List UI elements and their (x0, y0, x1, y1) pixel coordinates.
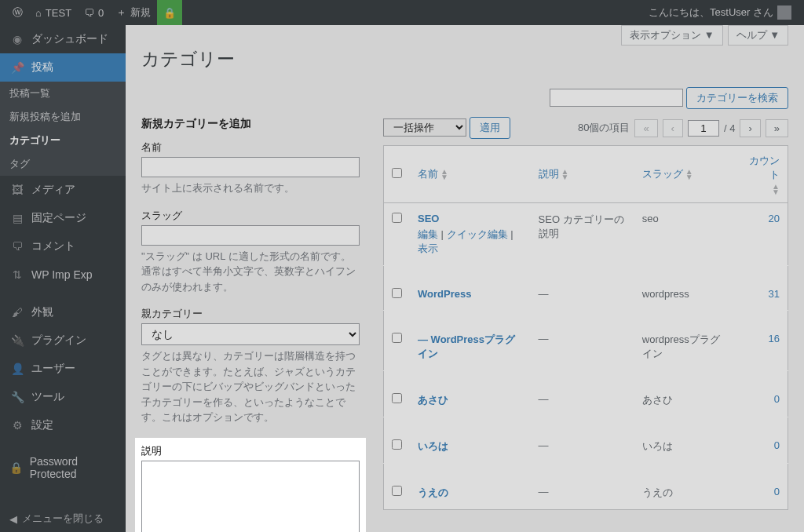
apply-button[interactable]: 適用 (470, 117, 510, 139)
row-edit[interactable]: 編集 (418, 228, 438, 240)
menu-dashboard[interactable]: ◉ダッシュボード (0, 25, 126, 53)
user-icon: 👤 (9, 361, 25, 377)
pagination: 80個の項目 « ‹ / 4 › » (578, 119, 788, 137)
menu-plugins[interactable]: 🔌プラグイン (0, 326, 126, 355)
help-button[interactable]: ヘルプ ▼ (728, 25, 788, 46)
plus-icon: ＋ (116, 5, 126, 20)
new-link[interactable]: ＋新規 (110, 0, 157, 25)
desc-textarea[interactable] (141, 461, 360, 533)
row-slug: wordpressプラグイン (634, 310, 737, 370)
name-desc: サイト上に表示される名前です。 (141, 180, 360, 196)
row-count[interactable]: 0 (774, 439, 780, 451)
page-current[interactable] (688, 120, 719, 137)
row-checkbox[interactable] (392, 288, 402, 298)
collapse-menu[interactable]: ◀メニューを閉じる (0, 505, 126, 532)
screen-options-button[interactable]: 表示オプション ▼ (621, 25, 722, 46)
row-checkbox[interactable] (392, 393, 402, 403)
row-name[interactable]: WordPress (418, 288, 471, 300)
row-name[interactable]: いろは (418, 440, 448, 452)
col-slug[interactable]: スラッグ▲▼ (642, 168, 693, 180)
search-button[interactable]: カテゴリーを検索 (686, 87, 788, 109)
row-count[interactable]: 0 (774, 486, 780, 497)
page-first[interactable]: « (634, 119, 657, 137)
menu-password-protected[interactable]: 🔒Password Protected (0, 449, 126, 486)
brush-icon: 🖌 (9, 304, 25, 320)
row-slug: うえの (634, 463, 737, 509)
menu-settings[interactable]: ⚙設定 (0, 411, 126, 439)
menu-media[interactable]: 🖾メディア (0, 176, 126, 204)
menu-tools[interactable]: 🔧ツール (0, 383, 126, 411)
wp-logo[interactable]: ⓦ (6, 0, 29, 25)
menu-appearance[interactable]: 🖌外観 (0, 298, 126, 326)
name-input[interactable] (141, 157, 360, 177)
row-view[interactable]: 表示 (418, 242, 438, 254)
table-row: — WordPressプラグイン — wordpressプラグイン 16 (384, 310, 788, 370)
admin-sidebar: ◉ダッシュボード 📌投稿 投稿一覧 新規投稿を追加 カテゴリー タグ 🖾メディア… (0, 25, 126, 532)
row-name[interactable]: あさひ (418, 394, 448, 406)
comment-icon: 🗨 (84, 7, 94, 19)
menu-pages[interactable]: ▤固定ページ (0, 204, 126, 232)
row-slug: wordpress (634, 265, 737, 310)
parent-desc: タグとは異なり、カテゴリーは階層構造を持つことができます。たとえば、ジャズという… (141, 348, 360, 425)
pin-icon: 📌 (9, 60, 25, 75)
row-quick[interactable]: クイック編集 (447, 228, 508, 240)
submenu-posts-all[interactable]: 投稿一覧 (0, 82, 126, 105)
row-count[interactable]: 0 (774, 393, 780, 405)
menu-wpimpexp[interactable]: ⇅WP Imp Exp (0, 261, 126, 289)
bulk-action-select[interactable]: 一括操作 (383, 118, 466, 137)
submenu-tags[interactable]: タグ (0, 152, 126, 176)
search-input[interactable] (550, 89, 683, 107)
parent-select[interactable]: なし (141, 323, 360, 345)
page-icon: ▤ (9, 210, 25, 226)
table-row: WordPress — wordpress 31 (384, 265, 788, 310)
table-row: うえの — うえの 0 (384, 463, 788, 509)
add-category-form: 新規カテゴリーを追加 名前 サイト上に表示される名前です。 スラッグ "スラッグ… (141, 117, 360, 532)
menu-comments[interactable]: 🗨コメント (0, 232, 126, 261)
page-last[interactable]: » (766, 119, 788, 137)
row-checkbox[interactable] (392, 213, 402, 223)
items-count: 80個の項目 (578, 121, 630, 135)
submenu-categories[interactable]: カテゴリー (0, 129, 126, 152)
submenu-posts: 投稿一覧 新規投稿を追加 カテゴリー タグ (0, 82, 126, 176)
slug-label: スラッグ (141, 209, 360, 223)
row-desc: — (531, 265, 634, 310)
row-name[interactable]: — WordPressプラグイン (418, 333, 515, 359)
form-heading: 新規カテゴリーを追加 (141, 117, 360, 131)
sort-icon: ▲▼ (772, 184, 780, 195)
slug-input[interactable] (141, 225, 360, 246)
page-total: / 4 (724, 122, 735, 134)
table-row: あさひ — あさひ 0 (384, 370, 788, 417)
menu-posts[interactable]: 📌投稿 (0, 53, 126, 82)
row-desc: — (531, 417, 634, 463)
row-desc: SEO カテゴリーの説明 (531, 202, 634, 265)
lock-icon[interactable]: 🔒 (157, 0, 182, 25)
site-link[interactable]: ⌂TEST (29, 0, 78, 25)
slug-desc: "スラッグ" は URL に適した形式の名前です。通常はすべて半角小文字で、英数… (141, 249, 360, 295)
admin-bar: ⓦ ⌂TEST 🗨0 ＋新規 🔒 こんにちは、TestUser さん (0, 0, 804, 25)
row-checkbox[interactable] (392, 439, 402, 450)
name-label: 名前 (141, 140, 360, 155)
categories-table: 名前▲▼ 説明▲▼ スラッグ▲▼ カウント▲▼ SEO編集 | クイック編集 |… (383, 145, 788, 510)
row-checkbox[interactable] (392, 333, 402, 343)
wordpress-icon: ⓦ (13, 5, 23, 20)
media-icon: 🖾 (9, 182, 25, 198)
row-name[interactable]: SEO (418, 213, 439, 224)
col-name[interactable]: 名前▲▼ (418, 168, 448, 180)
collapse-icon: ◀ (9, 513, 17, 525)
impexp-icon: ⇅ (9, 267, 25, 282)
col-desc[interactable]: 説明▲▼ (539, 168, 569, 180)
col-count[interactable]: カウント▲▼ (749, 155, 780, 194)
page-prev[interactable]: ‹ (663, 119, 683, 137)
row-count[interactable]: 20 (769, 213, 780, 224)
page-next[interactable]: › (740, 119, 760, 137)
menu-users[interactable]: 👤ユーザー (0, 355, 126, 383)
row-name[interactable]: うえの (418, 486, 448, 498)
row-count[interactable]: 31 (769, 288, 780, 300)
user-greeting[interactable]: こんにちは、TestUser さん (642, 0, 798, 25)
row-checkbox[interactable] (392, 486, 402, 496)
comments-link[interactable]: 🗨0 (78, 0, 110, 25)
submenu-posts-new[interactable]: 新規投稿を追加 (0, 105, 126, 129)
row-count[interactable]: 16 (769, 333, 780, 344)
select-all[interactable] (392, 168, 402, 178)
parent-label: 親カテゴリー (141, 307, 360, 321)
